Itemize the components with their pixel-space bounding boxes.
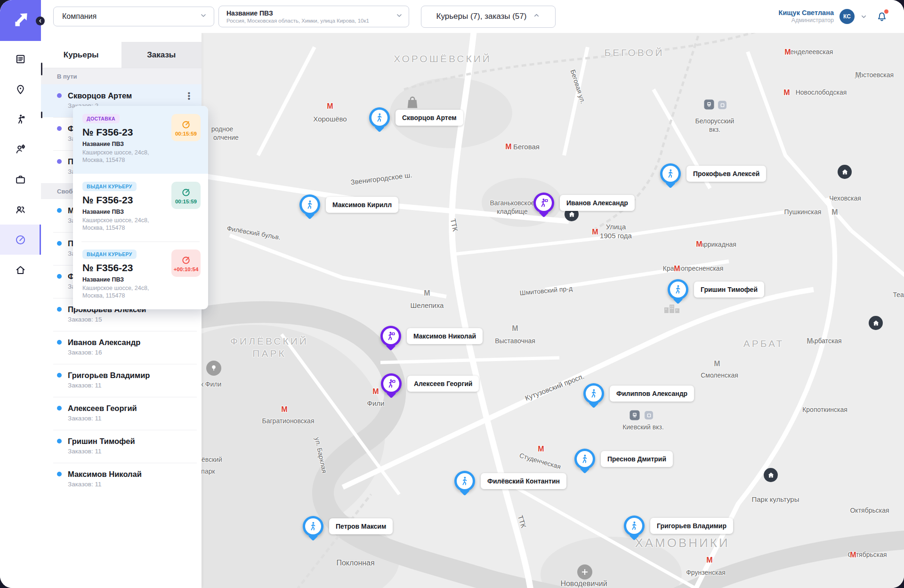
sidebar-collapse-button[interactable] <box>36 16 45 25</box>
panel-tabs: Курьеры Заказы <box>41 42 202 68</box>
status-dot <box>57 241 62 246</box>
courier-row[interactable]: Максимов Николай Заказов: 11 <box>41 463 202 496</box>
scrollbar-thumb[interactable] <box>41 63 42 75</box>
company-dropdown[interactable]: Компания <box>53 7 214 26</box>
avatar[interactable]: КС <box>839 9 855 24</box>
map-street-label: Белорусский вкз. <box>695 117 734 134</box>
row-menu-icon[interactable]: ••• <box>186 91 192 101</box>
stopwatch-icon <box>181 187 191 197</box>
bell-icon[interactable] <box>876 10 888 23</box>
order-card[interactable]: ДОСТАВКА № F356-23 Название ПВЗ Каширско… <box>73 106 208 174</box>
pin-box-icon <box>383 328 399 344</box>
order-pvz: Название ПВЗ <box>82 209 201 215</box>
courier-name: Максимов Николай <box>68 469 192 479</box>
sidebar-item-clients[interactable] <box>0 134 41 164</box>
courier-row[interactable]: Алексеев Георгий Заказов: 11 <box>41 397 202 430</box>
sidebar-item-orders[interactable] <box>0 44 41 74</box>
courier-pin-label[interactable]: Филиппов Александр <box>610 386 694 402</box>
courier-pin[interactable] <box>303 516 323 537</box>
order-status-badge: ВЫДАН КУРЬЕРУ <box>82 250 137 259</box>
map-street-label: Смоленская <box>701 371 738 380</box>
courier-pin[interactable] <box>660 163 681 184</box>
map-street-label: Чеховская <box>829 194 861 203</box>
map-street-label: к Фили <box>202 380 221 389</box>
courier-pin[interactable] <box>574 449 595 469</box>
courier-name: Григорьев Владимир <box>68 371 192 380</box>
map-pin-icon <box>15 83 26 95</box>
courier-pin-label[interactable]: Иванов Александр <box>560 195 635 211</box>
tab-orders[interactable]: Заказы <box>121 42 202 68</box>
courier-row[interactable]: Гришин Тимофей Заказов: 11 <box>41 430 202 463</box>
courier-row[interactable]: Григорьев Владимир Заказов: 11 <box>41 364 202 397</box>
courier-pin[interactable] <box>454 471 475 491</box>
order-address: Каширское шоссе, 24с8, Москва, 115478 <box>82 284 201 299</box>
chevron-down-icon <box>396 12 403 21</box>
pin-walk-icon <box>457 473 473 489</box>
map-street-label: Театр <box>893 291 904 299</box>
courier-pin[interactable] <box>668 279 688 300</box>
rail-a-icon <box>704 100 714 110</box>
sidebar-item-geo[interactable] <box>0 74 41 104</box>
sidebar-item-monitoring[interactable] <box>0 225 41 255</box>
user-gear-icon <box>15 144 26 155</box>
sidebar-item-staff[interactable] <box>0 194 41 225</box>
courier-pin-label[interactable]: Алексеев Георгий <box>407 376 479 392</box>
app-logo <box>0 0 41 41</box>
courier-row[interactable]: Иванов Александр Заказов: 16 <box>41 331 202 364</box>
pvz-dropdown[interactable]: Название ПВЗ Россия, Московская область,… <box>218 6 409 27</box>
courier-pin-label[interactable]: Максимов Кирилл <box>326 197 398 213</box>
chevron-down-icon[interactable] <box>860 13 867 20</box>
courier-pin[interactable] <box>583 383 604 404</box>
status-dot <box>57 274 62 279</box>
map-street-label: Менделеевская <box>785 48 833 56</box>
courier-pin-label[interactable]: Преснов Дмитрий <box>601 451 673 467</box>
metro-icon: М <box>372 387 379 396</box>
map[interactable]: ХОРОШЁВСКИЙБЕГОВОЙАРБАТХАМОВНИКИФИЛЁВСКИ… <box>202 33 904 588</box>
pin-walk-icon <box>662 166 678 182</box>
rail-a-icon <box>630 411 640 420</box>
courier-pin-label[interactable]: Петров Максим <box>329 518 393 534</box>
chevron-up-icon <box>533 12 540 21</box>
couriers-orders-dropdown[interactable]: Курьеры (7), заказы (57) <box>421 6 556 28</box>
courier-pin[interactable] <box>369 107 390 128</box>
courier-pin-label[interactable]: Гришин Тимофей <box>694 282 764 298</box>
tab-couriers[interactable]: Курьеры <box>41 42 121 68</box>
sidebar-item-home[interactable] <box>0 255 41 285</box>
courier-pin[interactable] <box>381 373 402 394</box>
home-icon <box>15 264 26 276</box>
courier-walk-icon <box>15 113 26 125</box>
app-window: Компания Название ПВЗ Россия, Московская… <box>0 0 904 588</box>
status-dot <box>57 93 62 98</box>
courier-pin-label[interactable]: Григорьев Владимир <box>650 518 733 534</box>
map-district-label: БЕГОВОЙ <box>604 47 664 59</box>
rail-b-icon <box>645 411 653 419</box>
map-base-layer <box>202 33 904 588</box>
courier-pin-label[interactable]: Максимов Николай <box>407 328 483 344</box>
map-street-label: парк <box>202 467 215 476</box>
courier-pin[interactable] <box>299 194 320 215</box>
user-role: Администратор <box>779 17 834 24</box>
scrollbar-thumb[interactable] <box>41 112 42 118</box>
sidebar-item-company[interactable] <box>0 164 41 194</box>
pin-walk-icon <box>305 518 321 534</box>
order-card[interactable]: ВЫДАН КУРЬЕРУ № F356-23 Название ПВЗ Каш… <box>73 174 208 242</box>
courier-pin[interactable] <box>380 326 401 346</box>
status-dot <box>57 126 62 131</box>
map-street-label: Хорошёво <box>313 115 347 124</box>
church-circle-icon <box>577 564 592 580</box>
order-timer: 00:15:59 <box>171 182 201 209</box>
courier-pin-label[interactable]: Прокофьев Алексей <box>686 166 766 182</box>
courier-pin[interactable] <box>624 516 645 536</box>
courier-orders-count: Заказов: 11 <box>68 448 192 455</box>
order-pvz: Название ПВЗ <box>82 141 201 147</box>
courier-pin-label[interactable]: Скворцов Артем <box>396 110 463 126</box>
courier-pin[interactable] <box>533 193 554 213</box>
courier-pin-label[interactable]: Филёвский Контантин <box>481 473 566 489</box>
user-cluster: Кищук Светлана Администратор КС <box>779 0 888 33</box>
map-street-label: Шелепиха <box>411 301 444 310</box>
order-card[interactable]: ВЫДАН КУРЬЕРУ № F356-23 Название ПВЗ Каш… <box>73 242 208 309</box>
status-dot <box>57 208 62 213</box>
sidebar-item-couriers[interactable] <box>0 104 41 134</box>
pvz-dropdown-title: Название ПВЗ <box>226 9 369 17</box>
metro-icon: М <box>706 556 712 564</box>
